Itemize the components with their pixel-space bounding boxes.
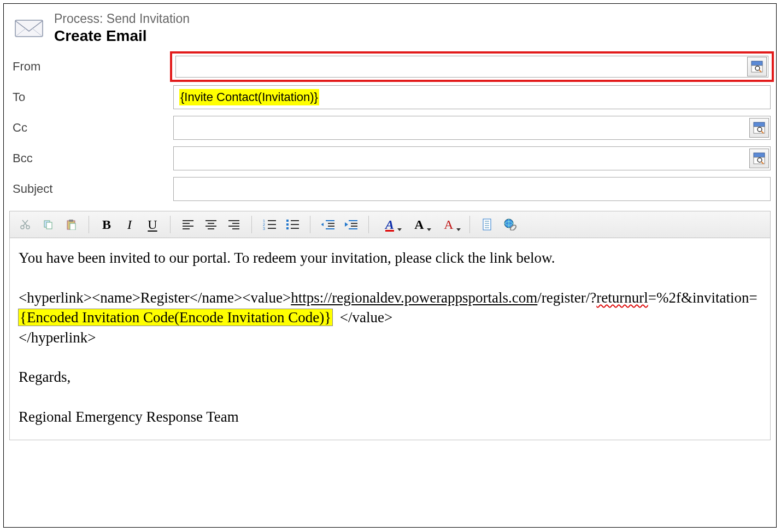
svg-rect-0	[15, 20, 43, 37]
insert-document-button[interactable]	[478, 215, 497, 234]
align-right-icon	[228, 220, 240, 229]
cc-input-wrap	[173, 116, 771, 140]
align-left-button[interactable]	[178, 215, 198, 234]
process-label: Process: Send Invitation	[54, 11, 190, 26]
to-dynamic-value: {Invite Contact(Invitation)}	[179, 89, 319, 105]
svg-rect-41	[286, 223, 289, 226]
url-part4: =%2f&invitation=	[648, 289, 757, 306]
toolbar-separator	[170, 216, 171, 233]
insert-hyperlink-button[interactable]	[501, 215, 520, 234]
svg-rect-20	[69, 220, 73, 222]
paste-icon	[66, 219, 77, 230]
toolbar-separator	[251, 216, 252, 233]
toolbar-separator	[368, 216, 369, 233]
indent-button[interactable]	[341, 215, 361, 234]
svg-text:1: 1	[263, 219, 265, 223]
indent-icon	[344, 219, 357, 230]
hyper-close: </hyperlink>	[19, 329, 96, 346]
subject-label: Subject	[10, 182, 173, 196]
svg-rect-9	[754, 153, 765, 157]
url-part1: https://regionaldev.powerappsportals.com	[291, 289, 537, 306]
from-row: From	[9, 55, 771, 79]
body-signature: Regional Emergency Response Team	[19, 407, 761, 427]
svg-text:3: 3	[263, 227, 265, 230]
page-title: Create Email	[54, 27, 190, 45]
unordered-list-button[interactable]	[283, 215, 302, 234]
subject-input-wrap	[173, 177, 771, 201]
svg-point-14	[26, 226, 30, 229]
align-center-button[interactable]	[201, 215, 221, 234]
hyper-close-value: </value>	[340, 309, 392, 326]
font-style-icon: A	[385, 217, 394, 232]
align-center-icon	[205, 220, 217, 229]
align-right-button[interactable]	[224, 215, 244, 234]
from-input[interactable]	[175, 56, 768, 78]
font-size-button[interactable]: A	[406, 215, 432, 234]
font-style-button[interactable]: A	[377, 215, 403, 234]
italic-button[interactable]: I	[120, 215, 139, 234]
copy-button[interactable]	[38, 215, 58, 234]
bcc-lookup-button[interactable]	[749, 149, 769, 168]
encoded-invitation-code: {Encoded Invitation Code(Encode Invitati…	[19, 309, 332, 326]
from-input-wrap	[173, 55, 771, 79]
bold-button[interactable]: B	[97, 215, 116, 234]
lookup-icon	[753, 122, 765, 134]
outdent-icon	[321, 219, 334, 230]
svg-rect-42	[286, 227, 289, 229]
blank-line	[19, 391, 761, 407]
to-input-wrap: {Invite Contact(Invitation)}	[173, 85, 771, 109]
ordered-list-button[interactable]: 123	[260, 215, 279, 234]
body-hyperlink-block: <hyperlink><name>Register</name><value>h…	[19, 288, 761, 347]
svg-marker-50	[321, 223, 324, 226]
svg-rect-18	[46, 222, 52, 229]
font-size-icon: A	[414, 217, 424, 232]
email-body-editor[interactable]: You have been invited to our portal. To …	[9, 238, 771, 440]
subject-row: Subject	[9, 177, 771, 201]
url-part3-spellcheck: returnurl	[596, 289, 648, 306]
svg-line-15	[23, 220, 28, 226]
from-label: From	[10, 60, 173, 74]
blank-line	[19, 271, 761, 288]
svg-rect-21	[70, 223, 75, 230]
to-input[interactable]: {Invite Contact(Invitation)}	[173, 85, 771, 109]
svg-rect-5	[754, 122, 765, 127]
globe-link-icon	[504, 218, 517, 230]
to-label: To	[10, 90, 173, 104]
cut-button[interactable]	[15, 215, 35, 234]
bcc-label: Bcc	[10, 151, 173, 165]
cc-row: Cc	[9, 116, 771, 140]
ordered-list-icon: 123	[263, 219, 276, 230]
toolbar-separator	[469, 216, 470, 233]
body-line-1: You have been invited to our portal. To …	[19, 248, 761, 268]
cc-lookup-button[interactable]	[749, 118, 769, 138]
svg-point-13	[21, 226, 24, 229]
envelope-icon	[14, 17, 44, 39]
unordered-list-icon	[286, 219, 299, 230]
hyper-open: <hyperlink><name>Register</name><value>	[19, 289, 291, 306]
url-part2: /register/?	[537, 289, 596, 306]
subject-input[interactable]	[173, 177, 771, 201]
underline-button[interactable]: U	[143, 215, 162, 234]
align-left-icon	[182, 220, 194, 229]
body-regards: Regards,	[19, 367, 761, 387]
document-icon	[482, 218, 493, 230]
toolbar-separator	[310, 216, 310, 233]
lookup-icon	[753, 152, 765, 164]
cc-label: Cc	[10, 121, 173, 135]
outdent-button[interactable]	[318, 215, 338, 234]
svg-rect-56	[483, 219, 491, 230]
cc-input[interactable]	[173, 116, 771, 140]
paste-button[interactable]	[61, 215, 81, 234]
from-lookup-button[interactable]	[747, 57, 767, 76]
editor-toolbar: B I U 123 A A A	[9, 211, 771, 238]
cut-icon	[20, 219, 31, 230]
lookup-icon	[751, 61, 763, 73]
svg-marker-55	[345, 222, 348, 227]
header: Process: Send Invitation Create Email	[9, 8, 771, 55]
svg-rect-40	[286, 220, 289, 222]
bcc-input[interactable]	[173, 146, 771, 170]
svg-line-16	[22, 220, 27, 226]
font-color-button[interactable]: A	[436, 215, 462, 234]
toolbar-separator	[89, 216, 89, 233]
svg-rect-1	[751, 61, 762, 66]
